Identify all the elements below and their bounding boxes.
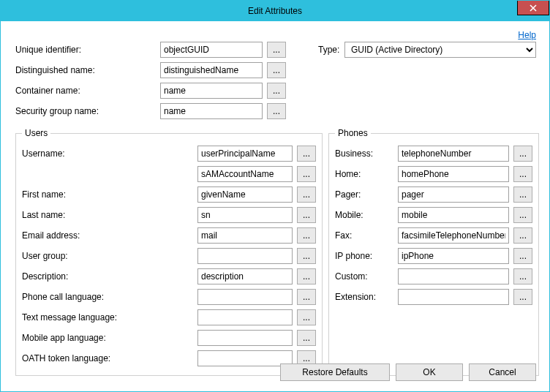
- description-input[interactable]: [197, 268, 293, 284]
- business-label: Business:: [335, 148, 398, 159]
- last-name-input[interactable]: [197, 207, 293, 223]
- description-label: Description:: [22, 271, 197, 282]
- distinguished-name-label: Distinguished name:: [15, 65, 160, 75]
- first-name-input[interactable]: [197, 186, 293, 203]
- first-name-label: First name:: [22, 189, 197, 200]
- dialog-buttons: Restore Defaults OK Cancel: [280, 363, 536, 381]
- container-name-browse-button[interactable]: ...: [267, 83, 286, 99]
- users-group: Users Username:... ... First name:... La…: [15, 128, 323, 376]
- ok-button[interactable]: OK: [396, 363, 463, 381]
- type-select[interactable]: GUID (Active Directory): [344, 42, 536, 58]
- fax-input[interactable]: [398, 227, 509, 244]
- email-label: Email address:: [22, 230, 197, 241]
- ipphone-label: IP phone:: [335, 251, 398, 261]
- type-label: Type:: [286, 45, 344, 55]
- text-lang-label: Text message language:: [22, 312, 197, 323]
- last-name-browse-button[interactable]: ...: [297, 207, 316, 223]
- oath-lang-input[interactable]: [197, 350, 293, 366]
- ipphone-browse-button[interactable]: ...: [513, 248, 532, 264]
- extension-browse-button[interactable]: ...: [513, 289, 532, 305]
- security-group-name-label: Security group name:: [15, 106, 160, 116]
- app-lang-input[interactable]: [197, 330, 293, 346]
- close-icon: [530, 4, 537, 12]
- close-button[interactable]: [517, 1, 549, 15]
- username-input[interactable]: [197, 146, 293, 162]
- username-browse-button[interactable]: ...: [297, 146, 316, 162]
- dialog-body: Help Unique identifier: ... Type: GUID (…: [1, 21, 549, 385]
- mobile-label: Mobile:: [335, 210, 398, 220]
- pager-input[interactable]: [398, 186, 509, 203]
- phones-legend: Phones: [335, 128, 371, 138]
- cancel-button[interactable]: Cancel: [469, 363, 536, 381]
- unique-identifier-browse-button[interactable]: ...: [267, 42, 286, 58]
- users-legend: Users: [22, 128, 50, 138]
- window-title: Edit Attributes: [248, 6, 302, 16]
- phone-lang-label: Phone call language:: [22, 292, 197, 302]
- custom-input[interactable]: [398, 268, 509, 284]
- extension-label: Extension:: [335, 292, 398, 302]
- distinguished-name-input[interactable]: [160, 62, 263, 78]
- last-name-label: Last name:: [22, 210, 197, 220]
- top-attribute-rows: Unique identifier: ... Type: GUID (Activ…: [15, 42, 539, 119]
- first-name-browse-button[interactable]: ...: [297, 186, 316, 203]
- oath-lang-label: OATH token language:: [22, 353, 197, 363]
- custom-browse-button[interactable]: ...: [513, 268, 532, 284]
- container-name-label: Container name:: [15, 86, 160, 96]
- home-input[interactable]: [398, 166, 509, 182]
- username2-input[interactable]: [197, 166, 293, 182]
- ipphone-input[interactable]: [398, 248, 509, 264]
- phones-group: Phones Business:... Home:... Pager:... M…: [328, 128, 539, 376]
- user-group-browse-button[interactable]: ...: [297, 248, 316, 264]
- unique-identifier-input[interactable]: [160, 42, 263, 58]
- business-browse-button[interactable]: ...: [513, 146, 532, 162]
- home-label: Home:: [335, 169, 398, 179]
- fax-label: Fax:: [335, 230, 398, 241]
- user-group-label: User group:: [22, 251, 197, 261]
- description-browse-button[interactable]: ...: [297, 268, 316, 284]
- container-name-input[interactable]: [160, 83, 263, 99]
- phone-lang-input[interactable]: [197, 289, 293, 305]
- distinguished-name-browse-button[interactable]: ...: [267, 62, 286, 78]
- username2-browse-button[interactable]: ...: [297, 166, 316, 182]
- home-browse-button[interactable]: ...: [513, 166, 532, 182]
- unique-identifier-label: Unique identifier:: [15, 45, 160, 55]
- mobile-input[interactable]: [398, 207, 509, 223]
- help-link[interactable]: Help: [518, 30, 536, 40]
- fax-browse-button[interactable]: ...: [513, 227, 532, 244]
- custom-label: Custom:: [335, 271, 398, 282]
- edit-attributes-window: Edit Attributes Help Unique identifier: …: [0, 0, 550, 392]
- app-lang-browse-button[interactable]: ...: [297, 330, 316, 346]
- text-lang-browse-button[interactable]: ...: [297, 309, 316, 325]
- text-lang-input[interactable]: [197, 309, 293, 325]
- email-input[interactable]: [197, 227, 293, 244]
- titlebar: Edit Attributes: [1, 1, 549, 21]
- email-browse-button[interactable]: ...: [297, 227, 316, 244]
- pager-browse-button[interactable]: ...: [513, 186, 532, 203]
- pager-label: Pager:: [335, 189, 398, 200]
- restore-defaults-button[interactable]: Restore Defaults: [280, 363, 390, 381]
- phone-lang-browse-button[interactable]: ...: [297, 289, 316, 305]
- security-group-name-input[interactable]: [160, 103, 263, 119]
- security-group-name-browse-button[interactable]: ...: [267, 103, 286, 119]
- user-group-input[interactable]: [197, 248, 293, 264]
- mobile-browse-button[interactable]: ...: [513, 207, 532, 223]
- business-input[interactable]: [398, 146, 509, 162]
- app-lang-label: Mobile app language:: [22, 333, 197, 343]
- extension-input[interactable]: [398, 289, 509, 305]
- username-label: Username:: [22, 148, 197, 159]
